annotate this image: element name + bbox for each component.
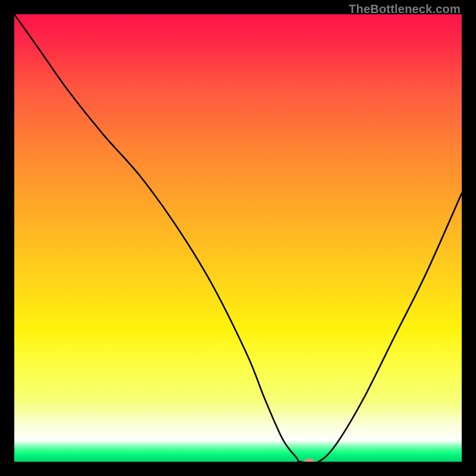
background-gradient-lower [14, 399, 462, 440]
background-gradient-upper [14, 14, 462, 399]
plot-area [14, 14, 462, 462]
background-green-band [14, 440, 462, 462]
chart-container: TheBottleneck.com [0, 0, 476, 476]
